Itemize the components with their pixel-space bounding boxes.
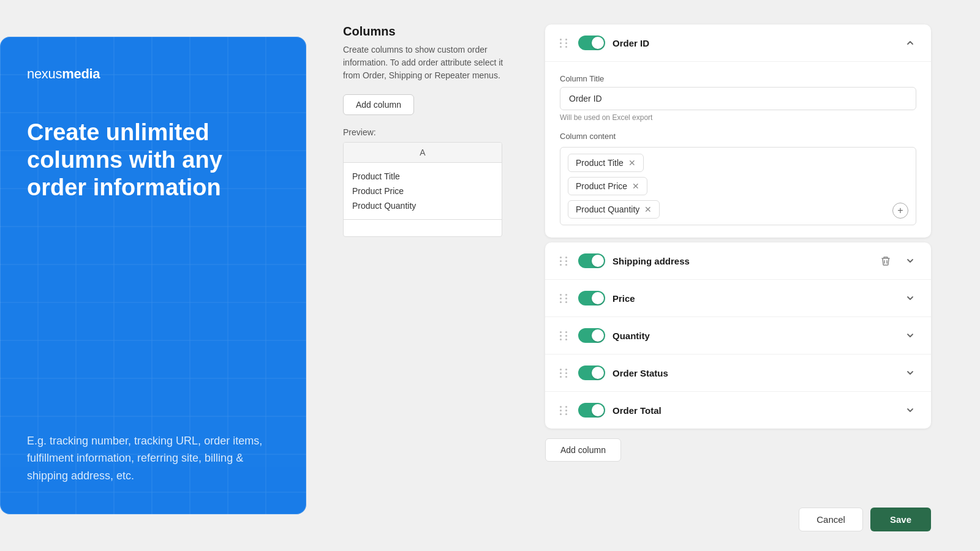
order-status-expand-button[interactable] bbox=[902, 364, 919, 381]
excel-hint: Will be used on Excel export bbox=[560, 113, 916, 122]
order-total-toggle[interactable] bbox=[578, 403, 605, 418]
column-row-order-total: Order Total bbox=[545, 392, 931, 429]
order-status-label: Order Status bbox=[612, 368, 894, 378]
order-id-collapse-button[interactable] bbox=[902, 34, 919, 51]
preview-label: Preview: bbox=[343, 127, 514, 137]
add-column-bottom-button[interactable]: Add column bbox=[545, 438, 621, 462]
columns-title: Columns bbox=[343, 24, 514, 39]
quantity-expand-button[interactable] bbox=[902, 327, 919, 344]
content-tags-box: Product Title ✕ Product Price ✕ Product … bbox=[560, 147, 916, 225]
order-total-label: Order Total bbox=[612, 405, 894, 416]
main-container: nexusmedia Create unlimited columns with… bbox=[0, 0, 980, 551]
order-id-section: Order ID Column Title Will be used on Ex… bbox=[545, 24, 931, 238]
column-title-input[interactable] bbox=[560, 87, 916, 110]
price-drag-handle[interactable] bbox=[557, 291, 571, 305]
left-panel: nexusmedia Create unlimited columns with… bbox=[0, 37, 306, 514]
preview-table-body: Product Title Product Price Product Quan… bbox=[344, 163, 502, 219]
tag-product-price: Product Price ✕ bbox=[568, 177, 647, 195]
price-expand-button[interactable] bbox=[902, 290, 919, 307]
column-title-label: Column Title bbox=[560, 74, 916, 83]
shipping-label: Shipping address bbox=[612, 256, 870, 266]
column-row-quantity: Quantity bbox=[545, 317, 931, 354]
price-label: Price bbox=[612, 293, 894, 304]
quantity-toggle[interactable] bbox=[578, 328, 605, 343]
brand: nexusmedia bbox=[27, 66, 279, 82]
shipping-drag-handle[interactable] bbox=[557, 254, 571, 268]
quantity-drag-handle[interactable] bbox=[557, 329, 571, 343]
save-button[interactable]: Save bbox=[870, 508, 931, 531]
columns-description: Create columns to show custom order info… bbox=[343, 43, 514, 82]
order-id-toggle[interactable] bbox=[578, 36, 605, 50]
order-id-body: Column Title Will be used on Excel expor… bbox=[545, 62, 931, 238]
preview-table-header: A bbox=[344, 143, 502, 163]
price-toggle[interactable] bbox=[578, 291, 605, 305]
column-row-order-status: Order Status bbox=[545, 354, 931, 392]
add-column-top-button[interactable]: Add column bbox=[343, 94, 414, 115]
shipping-toggle[interactable] bbox=[578, 253, 605, 268]
preview-table-footer bbox=[344, 219, 502, 236]
order-id-header: Order ID bbox=[545, 24, 931, 62]
order-id-drag-handle[interactable] bbox=[557, 36, 571, 50]
hero-headline: Create unlimited columns with any order … bbox=[27, 119, 279, 201]
tag-product-price-remove[interactable]: ✕ bbox=[632, 182, 639, 190]
tag-product-title: Product Title ✕ bbox=[568, 154, 644, 172]
table-row: Product Title bbox=[352, 169, 493, 184]
table-row: Product Quantity bbox=[352, 198, 493, 213]
table-row: Product Price bbox=[352, 184, 493, 198]
hero-description: E.g. tracking number, tracking URL, orde… bbox=[27, 432, 279, 485]
order-total-drag-handle[interactable] bbox=[557, 403, 571, 418]
column-row-price: Price bbox=[545, 280, 931, 317]
cancel-button[interactable]: Cancel bbox=[799, 508, 863, 531]
preview-table: A Product Title Product Price Product Qu… bbox=[343, 142, 502, 237]
other-columns-list: Shipping address bbox=[545, 242, 931, 429]
tag-product-quantity: Product Quantity ✕ bbox=[568, 200, 660, 219]
shipping-delete-button[interactable] bbox=[877, 252, 894, 269]
shipping-expand-button[interactable] bbox=[902, 252, 919, 269]
column-row-shipping: Shipping address bbox=[545, 242, 931, 280]
order-total-expand-button[interactable] bbox=[902, 402, 919, 419]
add-tag-button[interactable]: + bbox=[892, 203, 908, 219]
tag-product-quantity-remove[interactable]: ✕ bbox=[644, 205, 652, 214]
order-status-toggle[interactable] bbox=[578, 365, 605, 380]
column-content-label: Column content bbox=[560, 132, 916, 141]
quantity-label: Quantity bbox=[612, 331, 894, 341]
order-status-drag-handle[interactable] bbox=[557, 366, 571, 380]
right-panel: Columns Create columns to show custom or… bbox=[306, 0, 980, 551]
tag-product-title-remove[interactable]: ✕ bbox=[628, 159, 636, 167]
order-id-label: Order ID bbox=[612, 38, 894, 48]
bottom-bar: Cancel Save bbox=[799, 508, 931, 531]
